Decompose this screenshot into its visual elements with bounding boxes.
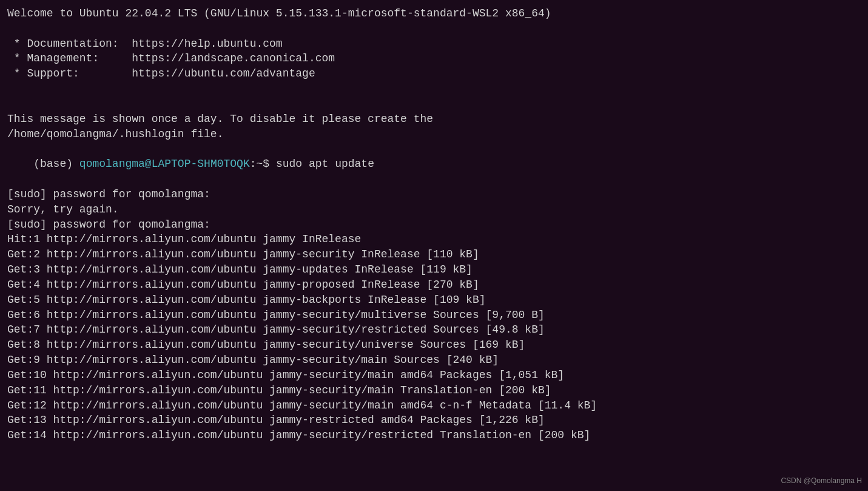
prompt-path: :~ [250, 158, 263, 170]
line-sorry: Sorry, try again. [7, 202, 861, 217]
line-prompt1: (base) qomolangma@LAPTOP-SHM0TOQK:~$ sud… [7, 141, 861, 186]
prompt-dollar: $ [263, 158, 269, 170]
line-get2: Get:2 http://mirrors.aliyun.com/ubuntu j… [7, 247, 861, 262]
line-get4: Get:4 http://mirrors.aliyun.com/ubuntu j… [7, 277, 861, 293]
line-get14: Get:14 http://mirrors.aliyun.com/ubuntu … [7, 428, 861, 443]
watermark: CSDN @Qomolangma H [781, 476, 862, 486]
blank-line-2 [7, 81, 861, 97]
line-sudo-pass1: [sudo] password for qomolangma: [7, 187, 861, 202]
line-get10: Get:10 http://mirrors.aliyun.com/ubuntu … [7, 368, 861, 383]
line-msg2: /home/qomolangma/.hushlogin file. [7, 127, 861, 142]
blank-line-1 [7, 21, 861, 36]
blank-line-3 [7, 97, 861, 112]
prompt-command: sudo apt update [269, 158, 374, 170]
prompt-base: (base) [33, 158, 79, 170]
prompt-username: qomolangma@LAPTOP-SHM0TOQK [79, 158, 250, 170]
line-hit1: Hit:1 http://mirrors.aliyun.com/ubuntu j… [7, 232, 861, 247]
line-get12: Get:12 http://mirrors.aliyun.com/ubuntu … [7, 398, 861, 413]
line-get11: Get:11 http://mirrors.aliyun.com/ubuntu … [7, 383, 861, 398]
line-welcome: Welcome to Ubuntu 22.04.2 LTS (GNU/Linux… [7, 6, 861, 21]
line-sudo-pass2: [sudo] password for qomolangma: [7, 217, 861, 232]
line-documentation: * Documentation: https://help.ubuntu.com [7, 36, 861, 52]
line-get13: Get:13 http://mirrors.aliyun.com/ubuntu … [7, 413, 861, 428]
line-msg1: This message is shown once a day. To dis… [7, 112, 861, 127]
line-get9: Get:9 http://mirrors.aliyun.com/ubuntu j… [7, 353, 861, 368]
line-management: * Management: https://landscape.canonica… [7, 51, 861, 66]
line-get7: Get:7 http://mirrors.aliyun.com/ubuntu j… [7, 322, 861, 337]
line-get3: Get:3 http://mirrors.aliyun.com/ubuntu j… [7, 262, 861, 277]
line-get8: Get:8 http://mirrors.aliyun.com/ubuntu j… [7, 337, 861, 353]
terminal-window: Welcome to Ubuntu 22.04.2 LTS (GNU/Linux… [0, 0, 868, 491]
line-support: * Support: https://ubuntu.com/advantage [7, 66, 861, 81]
line-get5: Get:5 http://mirrors.aliyun.com/ubuntu j… [7, 293, 861, 308]
line-get6: Get:6 http://mirrors.aliyun.com/ubuntu j… [7, 308, 861, 323]
